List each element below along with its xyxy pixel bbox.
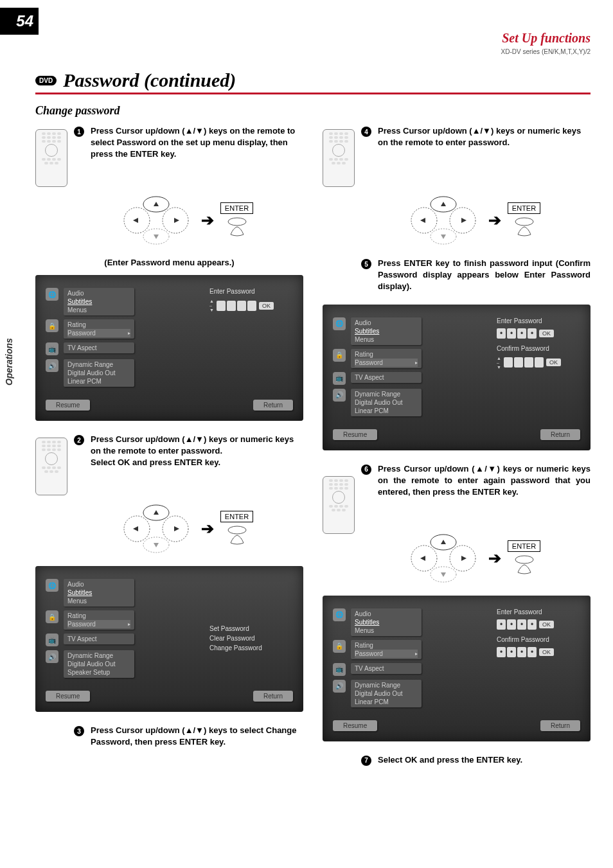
spinner-icon: ▲–▼ (497, 356, 501, 369)
svg-marker-7 (174, 218, 179, 223)
menu-item: Menus (355, 335, 418, 344)
menu-item-selected: Password (355, 359, 418, 367)
dpad-enter-graphic: ➔ ENTER (355, 533, 591, 584)
menu-item: Subtitles (67, 297, 130, 306)
resume-button: Resume (333, 720, 377, 731)
hand-press-icon (224, 215, 250, 238)
pw-digit: • (528, 328, 537, 339)
resume-button: Resume (46, 400, 90, 411)
menu-item: TV Aspect (355, 664, 418, 673)
ok-button: OK (539, 621, 554, 628)
svg-marker-32 (441, 572, 446, 577)
remote-icon (323, 476, 355, 534)
pw-digit (227, 301, 236, 311)
svg-marker-5 (154, 235, 159, 239)
step-number-3: 3 (74, 726, 84, 736)
menu-item: Rating (67, 321, 130, 329)
step-number-2: 2 (74, 435, 84, 445)
lock-icon: 🔒 (46, 610, 58, 623)
menu-item: Linear PCM (67, 377, 130, 385)
pw-digit (535, 357, 544, 368)
menu-item-selected: Password (67, 620, 130, 628)
speaker-icon: 🔊 (333, 389, 346, 402)
tv-icon: 📺 (333, 372, 346, 385)
svg-marker-24 (420, 218, 425, 223)
dpad-enter-graphic: ➔ ENTER (355, 195, 591, 246)
pw-digit: • (497, 619, 506, 630)
spinner-icon: ▲–▼ (209, 299, 214, 312)
page-number: 54 (0, 8, 39, 35)
setup-menu-screenshot-1: 🌐 Audio Subtitles Menus 🔒 Rating Passwor… (35, 275, 303, 421)
menu-item: Subtitles (355, 618, 418, 626)
svg-point-35 (515, 556, 533, 563)
step-2: 2 Press Cursor up/down (▲/▼) keys or num… (35, 434, 303, 492)
menu-item: Digital Audio Out (67, 660, 130, 668)
menu-item: Digital Audio Out (355, 689, 418, 698)
svg-marker-14 (154, 543, 159, 547)
pw-digit: • (528, 647, 537, 657)
confirm-password-label: Confirm Password (497, 345, 580, 352)
pw-digit: • (507, 647, 516, 657)
menu-item: Linear PCM (355, 698, 418, 706)
menu-item: Rating (355, 350, 418, 359)
step-7-text: Select OK and press the ENTER key. (378, 754, 522, 766)
step-2-text-line2: Select OK and press ENTER key. (91, 457, 303, 468)
return-button: Return (540, 429, 580, 440)
menu-item: Dynamic Range (67, 360, 130, 369)
pw-digit (514, 357, 523, 368)
globe-icon: 🌐 (46, 579, 58, 592)
dpad-icon (118, 503, 195, 554)
hand-press-icon (511, 553, 537, 576)
enter-label: ENTER (508, 202, 540, 214)
globe-icon: 🌐 (46, 288, 58, 301)
pw-digit: • (517, 619, 526, 630)
enter-password-label: Enter Password (209, 288, 293, 295)
step-7: 7 Select OK and press the ENTER key. (323, 754, 591, 766)
ok-button: OK (539, 330, 554, 337)
section-title-row: DVD Password (continued) (35, 69, 591, 94)
arrow-right-icon: ➔ (488, 211, 501, 229)
step-2-text: Press Cursor up/down (▲/▼) keys or numer… (91, 434, 303, 469)
lock-icon: 🔒 (333, 349, 346, 362)
menu-item: Subtitles (67, 589, 130, 597)
tv-icon: 📺 (46, 342, 58, 355)
pw-digit (247, 301, 256, 311)
pw-digit (524, 357, 533, 368)
step-4: 4 Press Cursor up/down (▲/▼) keys or num… (323, 125, 591, 183)
menu-item: Speaker Setup (67, 668, 130, 677)
svg-point-17 (228, 526, 246, 534)
pw-digit: • (517, 647, 526, 657)
svg-marker-25 (461, 218, 466, 223)
enter-label: ENTER (508, 540, 540, 552)
step-number-6: 6 (361, 465, 371, 475)
menu-item: Rating (355, 641, 418, 650)
return-button: Return (253, 400, 293, 411)
step-5: 5 Press ENTER key to finish password inp… (323, 258, 591, 293)
pw-digit: • (507, 619, 516, 630)
page-header: Set Up functions XD-DV series (EN/K,M,T,… (501, 31, 591, 55)
menu-item: Menus (355, 626, 418, 635)
menu-item: Audio (355, 610, 418, 618)
remote-icon (35, 438, 67, 495)
svg-marker-34 (461, 556, 466, 561)
menu-item: Audio (355, 319, 418, 327)
remote-icon (35, 129, 67, 187)
menu-item: Dynamic Range (355, 390, 418, 398)
page-number-text: 54 (16, 12, 33, 30)
step-6: 6 Press Cursor up/down (▲/▼) keys or num… (323, 463, 591, 521)
pw-digit: • (517, 328, 526, 339)
pw-digit (217, 301, 226, 311)
menu-item: Dynamic Range (355, 681, 418, 689)
dpad-enter-graphic: ➔ ENTER (67, 503, 303, 554)
menu-item: Digital Audio Out (67, 369, 130, 377)
enter-label: ENTER (220, 511, 253, 522)
speaker-icon: 🔊 (333, 680, 346, 693)
dpad-icon (405, 533, 482, 584)
pw-digit: • (528, 619, 537, 630)
globe-icon: 🌐 (333, 608, 346, 621)
section-title: Password (continued) (63, 69, 236, 91)
arrow-right-icon: ➔ (201, 211, 214, 229)
tv-icon: 📺 (46, 633, 58, 646)
dpad-icon (118, 195, 195, 246)
ok-button: OK (539, 648, 554, 656)
